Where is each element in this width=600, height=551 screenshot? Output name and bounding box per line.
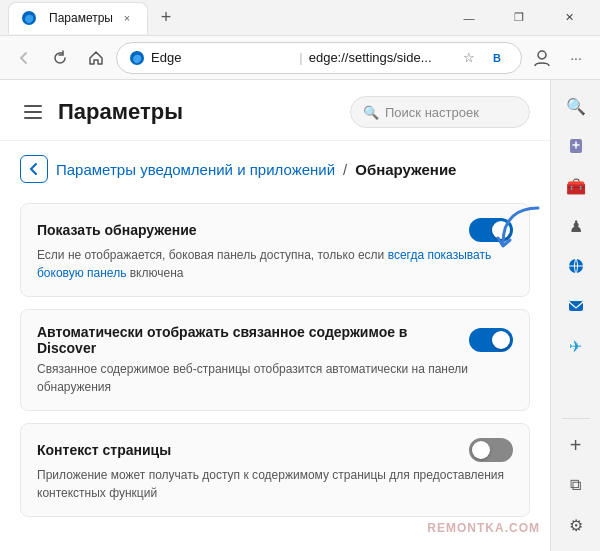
refresh-button[interactable] bbox=[44, 42, 76, 74]
setting-row-auto-discover: Автоматически отображать связанное содер… bbox=[37, 324, 513, 356]
toggle-thumb-auto-discover bbox=[492, 331, 510, 349]
sidebar-icon-mail[interactable] bbox=[558, 288, 594, 324]
refresh-icon bbox=[52, 50, 68, 66]
setting-desc-show-discovery: Если не отображается, боковая панель дос… bbox=[37, 246, 513, 282]
setting-item-page-context: Контекст страницы Приложение может получ… bbox=[20, 423, 530, 517]
address-text: edge://settings/side... bbox=[309, 50, 451, 65]
active-tab[interactable]: Параметры × bbox=[8, 2, 148, 34]
home-icon bbox=[88, 50, 104, 66]
profile-button[interactable] bbox=[526, 42, 558, 74]
toggle-thumb-page-context bbox=[472, 441, 490, 459]
settings-header: Параметры 🔍 Поиск настроек bbox=[0, 80, 550, 141]
window-controls: — ❐ ✕ bbox=[446, 2, 592, 34]
settings-content: Показать обнаружение Если не отображаетс… bbox=[0, 193, 550, 549]
edge-logo-icon bbox=[129, 50, 145, 66]
breadcrumb-link[interactable]: Параметры уведомлений и приложений bbox=[56, 161, 335, 178]
toggle-track-page-context[interactable] bbox=[469, 438, 513, 462]
mail-icon bbox=[567, 297, 585, 315]
right-sidebar: 🔍 🧰 ♟ ✈ + ⧉ ⚙ bbox=[550, 80, 600, 551]
tab-close-btn[interactable]: × bbox=[119, 10, 135, 26]
search-box[interactable]: 🔍 Поиск настроек bbox=[350, 96, 530, 128]
breadcrumb-area: Параметры уведомлений и приложений / Обн… bbox=[0, 141, 550, 193]
sidebar-icon-bookmark[interactable] bbox=[558, 128, 594, 164]
setting-desc-auto-discover: Связанное содержимое веб-страницы отобра… bbox=[37, 360, 513, 396]
sidebar-icon-gear[interactable]: ⚙ bbox=[558, 507, 594, 543]
address-separator: | bbox=[299, 50, 302, 65]
nav-right-buttons: ··· bbox=[526, 42, 592, 74]
tab-favicon bbox=[21, 10, 37, 26]
more-button[interactable]: ··· bbox=[560, 42, 592, 74]
more-dots: ··· bbox=[570, 50, 582, 66]
bing-icon[interactable]: B bbox=[485, 46, 509, 70]
new-tab-button[interactable]: + bbox=[152, 4, 180, 32]
close-button[interactable]: ✕ bbox=[546, 2, 592, 34]
setting-row-page-context: Контекст страницы bbox=[37, 438, 513, 462]
maximize-button[interactable]: ❐ bbox=[496, 2, 542, 34]
toggle-thumb-show-discovery bbox=[492, 221, 510, 239]
toggle-show-discovery[interactable] bbox=[469, 218, 513, 242]
breadcrumb-separator: / bbox=[343, 161, 347, 178]
sidebar-icon-telegram[interactable]: ✈ bbox=[558, 328, 594, 364]
toggle-page-context[interactable] bbox=[469, 438, 513, 462]
address-bar[interactable]: Edge | edge://settings/side... ☆ B bbox=[116, 42, 522, 74]
sidebar-icon-add[interactable]: + bbox=[558, 427, 594, 463]
tab-title: Параметры bbox=[49, 11, 113, 25]
bookmark-icon bbox=[567, 137, 585, 155]
setting-label-auto-discover: Автоматически отображать связанное содер… bbox=[37, 324, 469, 356]
setting-row-show-discovery: Показать обнаружение bbox=[37, 218, 513, 242]
sidebar-icon-copy[interactable]: ⧉ bbox=[558, 467, 594, 503]
svg-rect-5 bbox=[569, 301, 583, 311]
setting-label-show-discovery: Показать обнаружение bbox=[37, 222, 197, 238]
sidebar-icon-chess[interactable]: ♟ bbox=[558, 208, 594, 244]
sidebar-icon-tools[interactable]: 🧰 bbox=[558, 168, 594, 204]
toggle-auto-discover[interactable] bbox=[469, 328, 513, 352]
search-icon: 🔍 bbox=[363, 105, 379, 120]
globe-icon bbox=[567, 257, 585, 275]
back-button[interactable] bbox=[8, 42, 40, 74]
edge-label: Edge bbox=[151, 50, 293, 65]
toggle-track-auto-discover[interactable] bbox=[469, 328, 513, 352]
setting-label-page-context: Контекст страницы bbox=[37, 442, 171, 458]
nav-bar: Edge | edge://settings/side... ☆ B ··· bbox=[0, 36, 600, 80]
title-bar: Параметры × + — ❐ ✕ bbox=[0, 0, 600, 36]
tab-area: Параметры × + bbox=[8, 2, 446, 34]
settings-pane: Параметры 🔍 Поиск настроек Параметры уве… bbox=[0, 80, 550, 551]
settings-title: Параметры bbox=[58, 99, 338, 125]
svg-point-2 bbox=[538, 51, 546, 59]
setting-desc-page-context: Приложение может получать доступ к содер… bbox=[37, 466, 513, 502]
back-icon bbox=[16, 50, 32, 66]
back-chevron-icon bbox=[27, 162, 41, 176]
minimize-button[interactable]: — bbox=[446, 2, 492, 34]
profile-icon bbox=[533, 49, 551, 67]
main-layout: Параметры 🔍 Поиск настроек Параметры уве… bbox=[0, 80, 600, 551]
sidebar-icon-globe[interactable] bbox=[558, 248, 594, 284]
setting-item-show-discovery: Показать обнаружение Если не отображаетс… bbox=[20, 203, 530, 297]
breadcrumb-current: Обнаружение bbox=[355, 161, 456, 178]
toggle-track-show-discovery[interactable] bbox=[469, 218, 513, 242]
hamburger-menu[interactable] bbox=[20, 101, 46, 123]
setting-item-auto-discover: Автоматически отображать связанное содер… bbox=[20, 309, 530, 411]
sidebar-divider bbox=[562, 418, 590, 419]
search-placeholder: Поиск настроек bbox=[385, 105, 479, 120]
address-icons: ☆ B bbox=[457, 46, 509, 70]
star-icon[interactable]: ☆ bbox=[457, 46, 481, 70]
sidebar-icon-search[interactable]: 🔍 bbox=[558, 88, 594, 124]
breadcrumb-back-button[interactable] bbox=[20, 155, 48, 183]
home-button[interactable] bbox=[80, 42, 112, 74]
